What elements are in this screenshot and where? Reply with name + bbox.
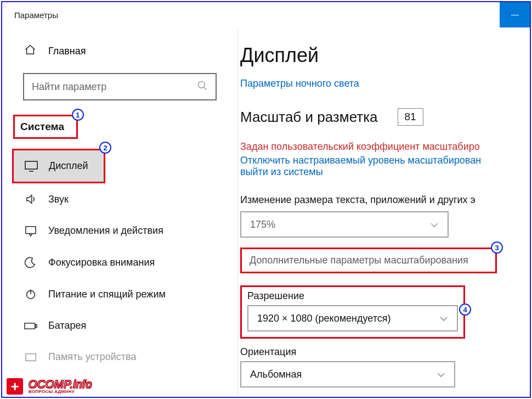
svg-rect-7 [25,323,35,328]
watermark-sub: ВОПРОСЫ АДМИНУ [29,390,92,394]
titlebar: Параметры [2,2,530,27]
chevron-down-icon [437,369,445,380]
display-icon [25,161,38,172]
resolution-highlight: 4 Разрешение 1920 × 1080 (рекомендуется) [240,285,465,339]
advanced-scaling-link: Дополнительные параметры масштабирования [250,255,468,266]
svg-line-1 [204,87,207,89]
search-placeholder: Найти параметр [32,81,106,93]
advanced-scaling-highlight[interactable]: 3 Дополнительные параметры масштабирован… [240,248,497,273]
home-label: Главная [48,46,86,57]
svg-rect-2 [25,161,37,169]
sign-out-link[interactable]: выйти из системы [240,166,530,178]
orientation-value: Альбомная [250,369,302,380]
custom-scale-warning: Задан пользовательский коэффициент масшт… [240,141,530,153]
sound-icon [24,193,37,205]
home-icon [24,44,36,59]
scale-selected-value: 175% [250,219,275,231]
night-light-link[interactable]: Параметры ночного света [240,78,530,89]
watermark-main: OCOMP.info [29,379,92,390]
resize-label: Изменение размера текста, приложений и д… [240,194,530,206]
sidebar-item-display[interactable]: Дисплей [14,150,104,182]
plus-icon: + [5,377,24,396]
sidebar-item-sound[interactable]: Звук [2,183,237,215]
watermark-logo: + OCOMP.info ВОПРОСЫ АДМИНУ [5,377,92,396]
sidebar-item-power[interactable]: Питание и спящий режим [2,278,237,310]
battery-icon [24,322,37,330]
sidebar-item-label: Уведомления и действия [48,225,163,237]
annotation-badge-3: 3 [491,241,503,254]
scale-select[interactable]: 175% [240,211,449,238]
sidebar-item-label: Память устройства [48,351,136,363]
sidebar: Главная Найти параметр Система 1 2 Диспл [2,27,238,397]
page-title: Дисплей [240,44,530,67]
orientation-select[interactable]: Альбомная [240,361,455,387]
search-input[interactable]: Найти параметр [23,73,217,100]
chevron-down-icon [439,313,448,324]
annotation-badge-2: 2 [99,142,111,154]
resolution-select[interactable]: 1920 × 1080 (рекомендуется) [247,305,458,331]
minimize-button[interactable] [500,2,530,27]
scale-header-text: Масштаб и разметка [240,109,378,126]
sidebar-item-label: Звук [48,194,69,205]
annotation-badge-1: 1 [72,109,84,121]
scale-unknown-value: 81 [398,108,423,126]
svg-rect-8 [36,324,37,327]
window-title: Параметры [14,10,58,20]
moon-icon [24,256,37,268]
sidebar-item-focus[interactable]: Фокусировка внимания [2,246,237,278]
disable-scaling-link[interactable]: Отключить настраиваемый уровень масштаби… [240,155,530,166]
sidebar-item-label: Батарея [48,320,86,331]
search-icon [197,80,208,94]
nav-display-highlight: 2 Дисплей [12,149,105,183]
sidebar-item-notifications[interactable]: Уведомления и действия [2,215,237,246]
resolution-label: Разрешение [247,290,458,302]
storage-icon [24,352,37,362]
scale-section-header: Масштаб и разметка 81 [240,108,530,126]
svg-point-0 [199,81,205,88]
sidebar-item-battery[interactable]: Батарея [2,310,237,341]
power-icon [24,288,37,300]
annotation-badge-4: 4 [459,304,471,316]
category-system-highlight: Система 1 [13,115,78,139]
sidebar-item-label: Питание и спящий режим [48,289,166,300]
sidebar-item-label: Дисплей [49,160,88,172]
chevron-down-icon [430,219,439,231]
content-pane: Дисплей Параметры ночного света Масштаб … [238,27,530,397]
sidebar-item-storage[interactable]: Память устройства [2,341,237,373]
notifications-icon [24,226,37,237]
sidebar-item-label: Фокусировка внимания [48,257,155,268]
category-label: Система [20,121,64,133]
orientation-label: Ориентация [240,346,530,358]
svg-rect-4 [26,226,36,233]
resolution-value: 1920 × 1080 (рекомендуется) [257,313,391,324]
home-link[interactable]: Главная [2,44,237,73]
svg-rect-9 [26,353,36,361]
